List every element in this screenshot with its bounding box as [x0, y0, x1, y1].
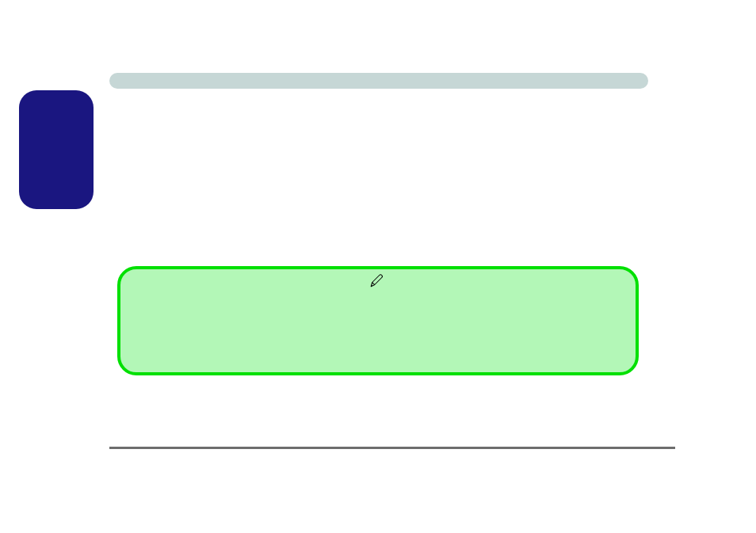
green-panel[interactable]	[117, 266, 639, 375]
top-pill-bar	[109, 73, 648, 89]
horizontal-divider	[109, 447, 675, 449]
indigo-block	[19, 90, 94, 209]
